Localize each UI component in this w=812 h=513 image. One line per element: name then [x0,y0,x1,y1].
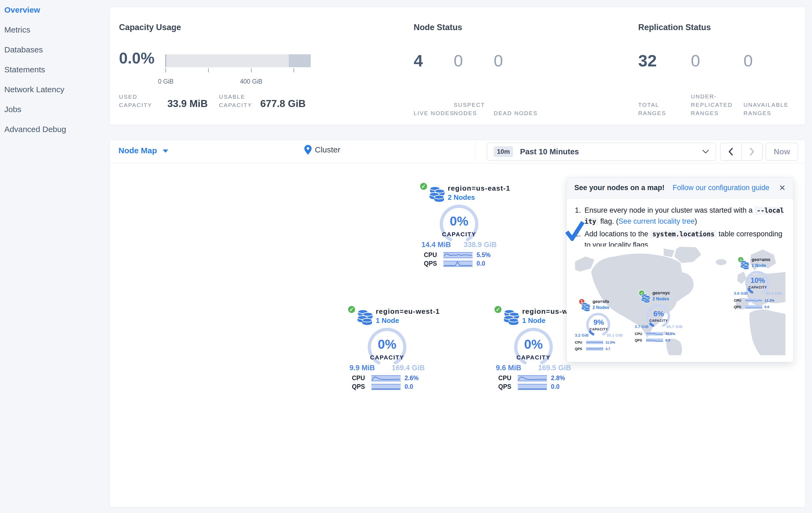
breadcrumb-cluster-label: Cluster [315,145,340,154]
sidebar-item-metrics[interactable]: Metrics [0,20,106,40]
guide-configuration-link[interactable]: Follow our configuration guide [673,184,769,192]
region-nodes-link[interactable]: 1 Node [376,317,399,325]
sidebar-item-statements[interactable]: Statements [0,60,106,80]
capacity-label: CAPACITY [419,231,499,238]
qps-label: QPS [734,305,743,309]
sidebar-item-overview[interactable]: Overview [0,0,106,20]
capacity-label: CAPACITY [576,327,621,331]
cpu-sparkline [646,332,663,335]
map-node-used: 3.2 GiB [575,333,589,338]
node-status-section: Node Status 4 LIVE NODES 0 SUSPECT NODES… [412,7,600,125]
capacity-bar-used-fill [166,54,166,67]
suspect-nodes-value: 0 [454,47,494,74]
time-prev-button[interactable] [720,143,742,160]
capacity-used-percent: 0.0% [119,49,154,67]
map-node-qps: 0.0 [665,338,677,342]
dead-nodes-value: 0 [494,47,534,74]
region-us-west-1: ✓ region=us-west-1 1 Node 0% CAPACITY 9.… [493,304,574,393]
locality-tree-link[interactable]: See current locality tree [618,217,695,225]
region-capacity-percent: 0% [419,214,499,228]
usable-capacity-value: 677.8 GiB [260,99,306,109]
time-next-button[interactable] [742,143,762,160]
region-nodes-link[interactable]: 2 Nodes [448,193,475,201]
capacity-label: CAPACITY [493,354,574,361]
replication-status-section: Replication Status 32 TOTAL RANGES 0 UND… [637,7,804,125]
sidebar-item-network-latency[interactable]: Network Latency [0,80,106,100]
cpu-label: CPU [635,332,644,336]
database-icon [503,309,520,326]
sidebar-item-advanced-debug[interactable]: Advanced Debug [0,119,106,139]
step-text-segment: Add locations to the [584,230,650,238]
system-locations-code: system.locations [650,230,717,238]
replication-status-title: Replication Status [638,23,711,32]
view-mode-dropdown[interactable]: Node Map [118,146,168,155]
qps-sparkline [517,384,547,390]
region-nodes-link[interactable]: 1 Node [522,317,546,325]
sidebar-item-databases[interactable]: Databases [0,40,106,60]
region-used-capacity: 14.4 MiB [422,241,451,249]
map-node-total: 35.1 GiB [607,333,622,338]
cpu-sparkline [517,375,547,381]
dead-nodes-label: DEAD NODES [494,109,539,117]
capacity-usage-section: Capacity Usage 0.0% 0 GiB 400 GiB USED C… [119,7,401,125]
under-replicated-value: 0 [691,47,744,74]
capacity-bar-axis: 0 GiB 400 GiB [166,68,311,73]
time-pager [720,143,762,161]
under-replicated-ranges-stat: 0 UNDER-REPLICATED RANGES [691,47,744,117]
map-node-name: geo=ams [752,257,771,262]
map-node-total: 34.4 GiB [765,291,782,296]
suspect-nodes-stat: 0 SUSPECT NODES [454,47,494,117]
guide-title: See your nodes on a map! [574,184,665,192]
database-icon [581,302,591,312]
cpu-label: CPU [575,341,584,345]
capacity-usage-title: Capacity Usage [119,23,181,32]
used-capacity-value: 33.9 MiB [167,99,219,109]
cpu-label: CPU [424,251,439,259]
time-range-badge: 10m [494,146,513,157]
sidebar: Overview Metrics Databases Statements Ne… [0,0,106,513]
node-map-toolbar: Node Map Cluster 10m Past 10 Minutes [110,140,805,163]
node-status-title: Node Status [414,23,462,32]
map-node-capacity-percent: 10% [735,276,781,285]
map-node-capacity-percent: 9% [576,318,621,327]
now-button[interactable]: Now [766,143,798,161]
cpu-sparkline [745,299,762,302]
map-node-name: geo=sfo [592,299,609,304]
region-eu-west-1: ✓ region=eu-west-1 1 Node 0% CAPACITY 9.… [347,304,427,393]
region-qps-value: 0.0 [476,260,494,267]
region-healthy-icon: ✓ [494,305,502,314]
live-nodes-value: 4 [414,47,454,74]
region-healthy-icon: ✓ [419,182,428,191]
qps-sparkline [745,305,762,309]
region-cpu-value: 5.5% [476,251,494,259]
breadcrumb[interactable]: Cluster [304,145,340,155]
database-icon [429,186,445,202]
unavailable-ranges-value: 0 [744,47,796,74]
total-ranges-stat: 32 TOTAL RANGES [638,47,691,117]
region-total-capacity: 169.4 GiB [392,364,425,372]
capacity-bar-reserved-segment [289,54,311,67]
cpu-sparkline [371,375,401,381]
qps-label: QPS [352,383,368,390]
step-text-segment: ) [695,217,697,225]
suspect-nodes-label: SUSPECT NODES [454,101,499,117]
used-capacity-label: USED CAPACITY [119,92,165,109]
guide-example-map: 1 geo=sfo 2 Nodes 9% CAPACITY 3.2 GiB 35… [575,247,786,355]
map-node-capacity-percent: 6% [636,310,682,318]
usable-capacity-label: USABLE CAPACITY [219,92,258,109]
region-used-capacity: 9.9 MiB [349,364,375,372]
qps-sparkline [443,261,473,267]
step-done-check-icon [565,220,584,241]
region-qps-value: 0.0 [405,383,422,390]
capacity-tick-0gib: 0 GiB [150,78,182,85]
region-qps-value: 0.0 [551,383,569,390]
capacity-label: CAPACITY [636,319,682,323]
region-cpu-value: 2.8% [551,375,569,382]
time-range-dropdown[interactable]: 10m Past 10 Minutes [487,143,716,161]
sidebar-item-jobs[interactable]: Jobs [0,100,106,119]
step-text: Ensure every node in your cluster was st… [584,205,786,227]
close-icon[interactable]: ✕ [779,184,786,192]
chevron-down-icon [702,150,709,154]
map-node-qps: 4.7 [605,347,617,351]
qps-label: QPS [635,338,644,342]
